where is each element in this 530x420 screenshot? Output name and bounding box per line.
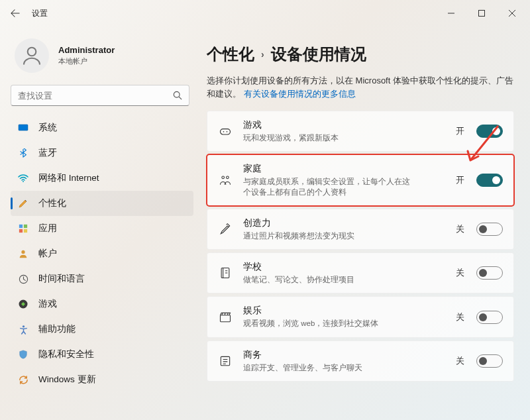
maximize-button[interactable]	[466, 3, 497, 23]
svg-rect-9	[24, 229, 27, 233]
apps-icon	[17, 223, 29, 235]
card-title: 创造力	[243, 217, 445, 229]
notebook-icon	[218, 266, 233, 280]
sidebar-item-label: 应用	[38, 223, 57, 235]
user-profile[interactable]: Administrator 本地帐户	[11, 32, 193, 85]
bluetooth-icon	[17, 147, 29, 159]
card-desc: 玩和发现游戏，紧跟新版本	[243, 132, 415, 143]
breadcrumb-parent[interactable]: 个性化	[207, 44, 254, 65]
sidebar-item-gaming[interactable]: 游戏	[11, 291, 193, 317]
card-creativity: 创造力 通过照片和视频将想法变为现实 关	[207, 209, 514, 250]
card-gaming: 游戏 玩和发现游戏，紧跟新版本 开	[207, 111, 514, 152]
toggle-state-label: 开	[456, 174, 464, 186]
sidebar-item-label: 辅助功能	[38, 323, 76, 335]
creativity-icon	[218, 222, 233, 236]
back-button[interactable]	[3, 1, 28, 26]
card-desc: 与家庭成员联系，编辑安全设置，让每个人在这个设备上都有自己的个人资料	[243, 176, 415, 197]
sidebar-item-label: 时间和语言	[38, 273, 85, 285]
toggle-entertainment[interactable]	[476, 311, 503, 324]
card-entertainment: 娱乐 观看视频，浏览 web，连接到社交媒体 关	[207, 296, 514, 337]
card-title: 游戏	[243, 119, 445, 131]
page-title: 设备使用情况	[271, 44, 366, 65]
sidebar-item-label: 帐户	[38, 248, 57, 260]
svg-point-5	[23, 181, 24, 182]
sidebar-item-accounts[interactable]: 帐户	[11, 241, 193, 266]
card-title: 商务	[243, 349, 445, 361]
svg-rect-14	[221, 129, 231, 134]
sidebar-item-apps[interactable]: 应用	[11, 216, 193, 241]
card-title: 娱乐	[243, 305, 445, 317]
toggle-state-label: 关	[456, 223, 464, 235]
card-desc: 通过照片和视频将想法变为现实	[243, 231, 415, 241]
toggle-business[interactable]	[476, 354, 503, 368]
clock-globe-icon	[17, 273, 29, 285]
minimize-button[interactable]	[436, 3, 466, 23]
sidebar-item-label: 隐私和安全性	[38, 348, 94, 360]
person-icon	[17, 248, 29, 260]
svg-point-18	[227, 176, 229, 179]
more-info-link[interactable]: 有关设备使用情况的更多信息	[244, 89, 356, 99]
svg-rect-8	[19, 229, 23, 233]
sidebar-item-label: 游戏	[38, 298, 57, 310]
svg-point-1	[28, 48, 36, 56]
card-desc: 观看视频，浏览 web，连接到社交媒体	[243, 318, 415, 329]
svg-point-17	[222, 176, 225, 179]
breadcrumb: 个性化 › 设备使用情况	[207, 44, 514, 65]
toggle-family[interactable]	[476, 174, 503, 187]
sidebar-item-privacy[interactable]: 隐私和安全性	[11, 342, 193, 367]
maximize-icon	[478, 10, 485, 17]
clapperboard-icon	[218, 310, 233, 325]
svg-rect-7	[24, 225, 27, 228]
intro-text: 选择你计划使用设备的所有方法，以在 Microsoft 体验中获取个性化的提示、…	[207, 74, 514, 100]
sidebar-item-network[interactable]: 网络和 Internet	[11, 166, 193, 191]
svg-point-13	[22, 325, 24, 327]
toggle-school[interactable]	[476, 266, 503, 280]
sidebar-item-windows-update[interactable]: Windows 更新	[11, 367, 193, 392]
svg-point-16	[227, 131, 228, 132]
main-content: 个性化 › 设备使用情况 选择你计划使用设备的所有方法，以在 Microsoft…	[199, 26, 530, 420]
sidebar-item-bluetooth[interactable]: 蓝牙	[11, 140, 193, 166]
toggle-creativity[interactable]	[476, 223, 503, 236]
user-subtitle: 本地帐户	[58, 56, 115, 66]
svg-rect-3	[19, 125, 28, 131]
update-icon	[17, 374, 29, 386]
svg-point-2	[174, 91, 180, 97]
sidebar-item-personalization[interactable]: 个性化	[11, 191, 193, 216]
toggle-gaming[interactable]	[476, 125, 503, 138]
search-icon	[173, 91, 182, 100]
close-button[interactable]	[497, 3, 527, 23]
window-title: 设置	[32, 8, 48, 19]
svg-point-10	[21, 250, 25, 254]
toggle-state-label: 关	[456, 355, 464, 367]
gamepad-icon	[218, 124, 233, 138]
card-title: 学校	[243, 261, 445, 273]
sidebar: Administrator 本地帐户 系统 蓝牙 网络和 Internet	[0, 26, 199, 420]
sidebar-item-label: 系统	[38, 122, 57, 134]
person-icon	[20, 44, 44, 68]
shield-icon	[17, 348, 29, 360]
close-icon	[509, 10, 515, 17]
svg-rect-0	[479, 11, 485, 17]
wifi-icon	[17, 172, 29, 184]
search-input[interactable]	[18, 91, 173, 101]
search-box[interactable]	[11, 85, 189, 106]
sidebar-item-time-language[interactable]: 时间和语言	[11, 266, 193, 291]
chevron-right-icon: ›	[261, 49, 264, 60]
toggle-state-label: 关	[456, 311, 464, 323]
card-desc: 追踪开支、管理业务、与客户聊天	[243, 362, 415, 373]
card-title: 家庭	[243, 163, 445, 175]
sidebar-item-label: 网络和 Internet	[38, 172, 99, 184]
sidebar-item-label: 蓝牙	[38, 147, 57, 159]
sidebar-item-accessibility[interactable]: 辅助功能	[11, 317, 193, 342]
sidebar-item-system[interactable]: 系统	[11, 115, 193, 140]
family-icon	[218, 173, 233, 187]
toggle-state-label: 开	[456, 125, 464, 137]
display-icon	[17, 122, 29, 134]
card-school: 学校 做笔记、写论文、协作处理项目 关	[207, 252, 514, 293]
user-name: Administrator	[58, 45, 115, 55]
briefcase-icon	[218, 354, 233, 368]
arrow-left-icon	[11, 9, 20, 18]
accessibility-icon	[17, 323, 29, 335]
usage-cards: 游戏 玩和发现游戏，紧跟新版本 开 家庭 与家庭成员联系，编辑安全设置，让每个人…	[207, 111, 514, 395]
sidebar-item-label: 个性化	[38, 197, 66, 209]
